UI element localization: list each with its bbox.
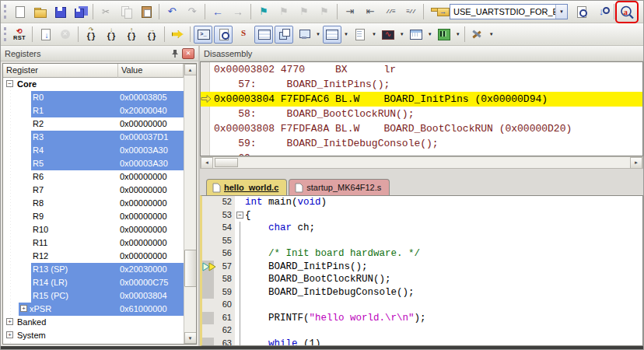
gutter-block[interactable] — [202, 196, 214, 209]
gutter-block[interactable] — [202, 222, 214, 235]
paste-button[interactable] — [137, 3, 156, 21]
disassembly-line[interactable]: 58: BOARD_BootClockRUN(); — [201, 107, 642, 121]
previous-bookmark-button[interactable] — [275, 3, 293, 21]
register-row-xpsr[interactable]: +xPSR0x61000000 — [3, 303, 184, 316]
register-row-r8[interactable]: R80x00000000 — [3, 197, 184, 210]
register-row-r6[interactable]: R60x00000000 — [3, 170, 184, 184]
register-row-r9[interactable]: R90x00000000 — [3, 210, 184, 223]
dropdown-arrow-icon[interactable]: ▼ — [489, 32, 494, 37]
tree-expander-icon[interactable]: − — [6, 80, 13, 87]
register-row-r14-lr-[interactable]: R14 (LR)0x00000C75 — [3, 276, 184, 289]
copy-button[interactable] — [117, 3, 135, 21]
tab-startup-mk64f12-s[interactable]: startup_MK64F12.s — [289, 179, 390, 195]
scroll-left-button[interactable]: ◄ — [201, 157, 213, 169]
dropdown-arrow-icon[interactable]: ▼ — [372, 32, 376, 37]
code-line-54[interactable]: 54 char ch; — [202, 222, 642, 235]
register-row-r10[interactable]: R100x00000000 — [3, 223, 184, 236]
memory-window-button[interactable] — [254, 26, 273, 44]
code-line-60[interactable]: 60 — [202, 299, 642, 312]
combo-dropdown-button[interactable]: ▼ — [555, 5, 567, 19]
register-row-r11[interactable]: R110x00000000 — [3, 236, 184, 250]
fold-column[interactable]: − — [235, 209, 245, 222]
code-line-57[interactable]: 57 BOARD_InitPins(); — [202, 261, 642, 274]
code-line-59[interactable]: 59 BOARD_InitDebugConsole(); — [202, 286, 642, 299]
value-column-header[interactable]: Value — [118, 64, 184, 78]
disassembly-line[interactable]: 59: BOARD_InitDebugConsole(); — [201, 136, 642, 151]
run-to-cursor-button[interactable] — [36, 26, 54, 44]
live-watch-button[interactable]: ▼ — [350, 26, 378, 44]
gutter-block[interactable] — [202, 338, 214, 347]
register-row-system[interactable]: +System — [3, 329, 184, 342]
break-button[interactable] — [56, 26, 75, 44]
disassembly-line[interactable]: 57: BOARD_InitPins(); — [201, 77, 642, 92]
dropdown-arrow-icon[interactable]: ▼ — [456, 32, 460, 37]
toolbar-grip[interactable] — [4, 5, 6, 19]
step-over-button[interactable]: ↷{} — [82, 26, 100, 44]
tools-button[interactable]: ▼ — [467, 26, 495, 44]
gutter-block[interactable] — [202, 209, 214, 222]
code-line-53[interactable]: 53−{ — [202, 209, 642, 222]
fold-column[interactable] — [235, 338, 245, 347]
dropdown-arrow-icon[interactable]: ▼ — [428, 32, 432, 37]
terminal-io-button[interactable] — [194, 26, 212, 44]
registers-panel-titlebar[interactable]: Registers ✕ — [1, 46, 198, 61]
register-row-core[interactable]: −Core — [3, 78, 184, 91]
register-row-r4[interactable]: R40x00003A30 — [3, 144, 184, 157]
gutter-block[interactable] — [202, 247, 214, 261]
fold-column[interactable] — [235, 247, 245, 261]
tree-expander-icon[interactable]: + — [6, 331, 13, 338]
register-column-header[interactable]: Register — [3, 64, 118, 78]
gutter-block[interactable] — [202, 312, 214, 325]
tab-hello-world-c[interactable]: hello_world.c — [206, 179, 287, 195]
clear-bookmarks-button[interactable] — [315, 3, 334, 21]
quick-watch-button[interactable]: a — [618, 3, 636, 21]
register-row-r2[interactable]: R20x00000000 — [3, 117, 184, 131]
toggle-bookmark-button[interactable] — [254, 3, 273, 21]
pin-button[interactable] — [170, 48, 180, 59]
scroll-up-button[interactable]: ▲ — [184, 64, 197, 75]
search-combo[interactable]: USE_UARTSTDIO_FOR_EF ▼ — [450, 4, 568, 19]
cut-button[interactable] — [96, 3, 115, 21]
step-out-button[interactable]: ↑{} — [122, 26, 141, 44]
code-line-61[interactable]: 61 PRINTF("hello world.\r\n"); — [202, 312, 642, 325]
register-row-banked[interactable]: +Banked — [3, 316, 184, 329]
watch-window-button[interactable]: ▼ — [294, 26, 322, 44]
next-bookmark-button[interactable] — [295, 3, 313, 21]
gutter-block[interactable] — [202, 324, 214, 338]
disassembly-window-button[interactable] — [214, 26, 233, 44]
toolbar-grip[interactable] — [4, 27, 6, 41]
register-row-r7[interactable]: R70x00000000 — [3, 184, 184, 197]
reset-button[interactable]: ⟲RST — [10, 26, 29, 44]
save-button[interactable] — [51, 3, 69, 21]
scroll-thumb[interactable] — [184, 250, 197, 287]
dropdown-arrow-icon[interactable]: ▼ — [400, 32, 404, 37]
indent-button[interactable] — [341, 3, 359, 21]
timeline-window-button[interactable]: ▼ — [434, 26, 462, 44]
go-button[interactable] — [168, 26, 187, 44]
code-line-58[interactable]: 58 BOARD_BootClockRUN(); — [202, 273, 642, 286]
tree-expander-icon[interactable]: + — [20, 305, 27, 312]
redo-button[interactable] — [183, 3, 201, 21]
register-row-r12[interactable]: R120x00000000 — [3, 250, 184, 263]
scroll-thumb[interactable] — [215, 158, 238, 167]
register-row-r0[interactable]: R00x00003805 — [3, 91, 184, 104]
gutter-block[interactable] — [202, 273, 214, 286]
register-row-r3[interactable]: R30x000037D1 — [3, 131, 184, 144]
open-file-button[interactable] — [30, 3, 49, 21]
disassembly-line[interactable]: 0x00003804 F7FDFAC6 BL.W BOARD_InitPins … — [201, 92, 642, 107]
fold-collapse-icon[interactable]: − — [236, 212, 243, 219]
editor-code[interactable]: 52int main(void)53−{54 char ch;5556 /* I… — [200, 195, 643, 346]
registers-table-header[interactable]: Register Value — [3, 64, 184, 78]
gutter-block[interactable] — [202, 286, 214, 299]
save-all-button[interactable] — [71, 3, 89, 21]
call-stack-button[interactable] — [275, 26, 293, 44]
symbols-window-button[interactable] — [234, 26, 253, 44]
registers-window-button[interactable]: ▼ — [322, 26, 350, 44]
navigate-forward-button[interactable] — [229, 3, 247, 21]
disassembly-line[interactable]: 60: — [201, 151, 642, 156]
disassembly-line[interactable]: 0x00003802 4770 BX lr — [201, 62, 642, 77]
fold-column[interactable] — [235, 273, 245, 286]
undo-button[interactable] — [163, 3, 181, 21]
dropdown-arrow-icon[interactable]: ▼ — [316, 32, 320, 37]
search-combo-value[interactable]: USE_UARTSTDIO_FOR_EF — [450, 7, 555, 16]
